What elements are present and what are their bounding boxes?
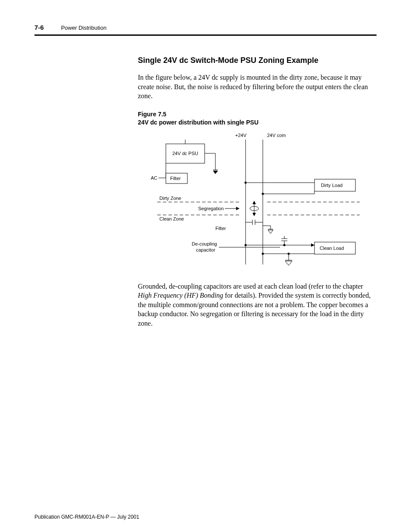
p2-part-a: Grounded, de-coupling capacitors are use… xyxy=(138,283,363,290)
svg-marker-25 xyxy=(268,230,273,233)
figure-title: 24V dc power distribution with single PS… xyxy=(138,119,258,126)
svg-marker-37 xyxy=(311,243,314,247)
label-segregation: Segregation xyxy=(198,206,224,211)
label-clean-load: Clean Load xyxy=(320,246,344,251)
figure-caption: Figure 7.5 24V dc power distribution wit… xyxy=(138,110,377,127)
svg-marker-15 xyxy=(252,201,256,204)
page-number: 7-6 xyxy=(34,24,44,31)
figure-diagram: +24V 24V com 24V dc PSU AC Filter xyxy=(125,131,366,273)
svg-marker-13 xyxy=(236,207,240,210)
label-decoupling-1: De-coupling xyxy=(192,241,217,246)
label-plus24: +24V xyxy=(235,133,247,138)
label-filter-bottom: Filter xyxy=(215,226,226,231)
intro-paragraph: In the figure below, a 24V dc supply is … xyxy=(138,73,377,101)
label-dirty-zone: Dirty Zone xyxy=(159,196,181,201)
label-psu: 24V dc PSU xyxy=(172,151,198,156)
closing-paragraph: Grounded, de-coupling capacitors are use… xyxy=(138,282,377,328)
label-dirty-load: Dirty Load xyxy=(321,183,342,188)
figure-number: Figure 7.5 xyxy=(138,111,166,118)
publication-footer: Publication GMC-RM001A-EN-P — July 2001 xyxy=(34,514,139,520)
svg-point-45 xyxy=(288,252,290,255)
svg-marker-16 xyxy=(252,213,256,216)
label-clean-zone: Clean Zone xyxy=(159,216,184,221)
svg-marker-3 xyxy=(213,171,218,174)
p2-emph: High Frequency (HF) Bonding xyxy=(138,292,223,299)
chapter-title: Power Distribution xyxy=(61,25,107,31)
label-ac: AC xyxy=(151,175,157,180)
svg-marker-47 xyxy=(285,261,292,265)
label-decoupling-2: capacitor xyxy=(196,247,215,252)
header-rule xyxy=(34,34,377,36)
section-heading: Single 24V dc Switch-Mode PSU Zoning Exa… xyxy=(138,56,377,65)
label-filter-top: Filter xyxy=(170,176,181,181)
label-24vcom: 24V com xyxy=(267,133,286,138)
page-header: 7-6 Power Distribution xyxy=(34,24,377,31)
